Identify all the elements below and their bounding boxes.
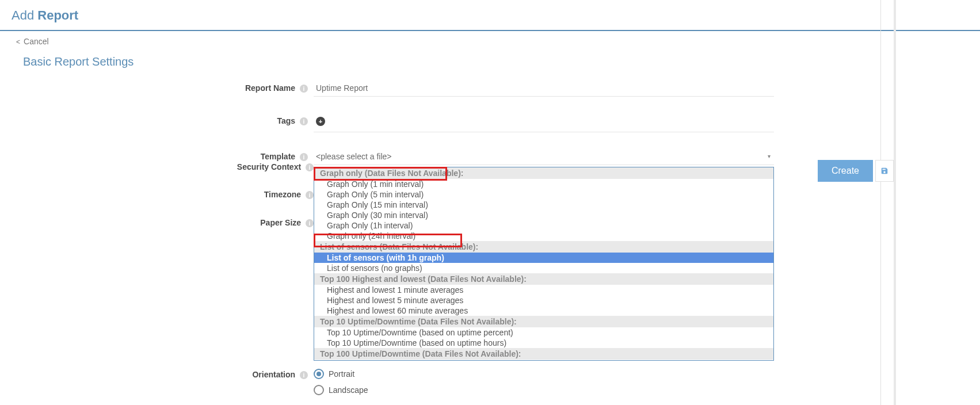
label-tags: Tags i [23, 113, 314, 125]
label-template: Template i [23, 148, 314, 161]
label-paper-size-text: Paper Size [260, 218, 301, 227]
info-icon[interactable]: i [300, 85, 308, 93]
page-title-prefix: Add [12, 8, 34, 22]
template-select-value: <please select a file> [316, 152, 392, 161]
tags-input-area[interactable]: + [314, 113, 774, 132]
template-option[interactable]: Highest and lowest 1 minute averages [314, 285, 773, 295]
template-option[interactable]: Graph only (24h interval) [314, 231, 773, 241]
page-title: Add Report [0, 0, 980, 31]
template-option[interactable]: Graph Only (30 min interval) [314, 210, 773, 220]
cancel-button[interactable]: <Cancel [16, 37, 49, 46]
template-dropdown-list[interactable]: Graph only (Data Files Not Available):Gr… [314, 167, 773, 360]
add-tag-icon[interactable]: + [316, 117, 325, 126]
label-orientation: Orientation i [23, 366, 314, 379]
field-tags: + [314, 113, 774, 132]
info-icon[interactable]: i [300, 371, 308, 379]
label-timezone: Timezone i [23, 190, 314, 199]
template-option[interactable]: List of sensors (no graphs) [314, 263, 773, 273]
label-report-name: Report Name i [23, 80, 314, 93]
info-icon[interactable]: i [306, 191, 314, 199]
right-actions: Create [818, 160, 894, 182]
option-group-header: Top 10 Uptime/Downtime (Data Files Not A… [314, 316, 773, 327]
row-report-name: Report Name i [23, 80, 957, 97]
radio-inner-icon [317, 372, 321, 376]
label-security-context-text: Security Context [237, 162, 301, 171]
template-option[interactable]: Top 10 Uptime/Downtime (based on uptime … [314, 327, 773, 338]
template-dropdown: Graph only (Data Files Not Available):Gr… [314, 167, 774, 361]
template-option[interactable]: Graph Only (15 min interval) [314, 200, 773, 210]
template-option[interactable]: Graph Only (1 min interval) [314, 179, 773, 189]
cancel-bar: <Cancel [0, 31, 980, 52]
row-tags: Tags i + [23, 113, 957, 132]
cancel-label: Cancel [24, 37, 49, 46]
label-orientation-text: Orientation [252, 370, 295, 379]
save-icon [880, 167, 889, 175]
label-security-context: Security Context i [23, 162, 314, 171]
report-name-input[interactable] [314, 80, 774, 97]
radio-icon [314, 385, 324, 395]
field-template: <please select a file> ▾ Graph only (Dat… [314, 148, 774, 366]
right-gutter [894, 0, 896, 405]
template-select[interactable]: <please select a file> ▾ [314, 148, 774, 165]
option-group-header: List of sensors (Data Files Not Availabl… [314, 241, 773, 253]
section-heading: Basic Report Settings [0, 52, 980, 80]
orientation-portrait[interactable]: Portrait [314, 369, 774, 379]
option-group-header: Top 100 Highest and lowest (Data Files N… [314, 273, 773, 285]
info-icon[interactable]: i [300, 153, 308, 161]
label-report-name-text: Report Name [245, 83, 295, 93]
radio-icon [314, 369, 324, 379]
chevron-down-icon: ▾ [768, 153, 771, 159]
form-area: Report Name i Tags i + Template i <pleas… [0, 80, 980, 401]
save-icon-button[interactable] [875, 160, 894, 182]
create-button[interactable]: Create [818, 160, 873, 182]
orientation-landscape-label: Landscape [329, 385, 368, 395]
info-icon[interactable]: i [306, 219, 314, 227]
info-icon[interactable]: i [300, 117, 308, 125]
chevron-left-icon: < [16, 38, 20, 46]
vertical-divider [880, 0, 881, 405]
template-option[interactable]: Graph Only (1h interval) [314, 220, 773, 231]
option-group-header: Top 100 Uptime/Downtime (Data Files Not … [314, 348, 773, 360]
field-orientation: Portrait Landscape [314, 366, 774, 401]
page-title-bold: Report [37, 8, 78, 22]
template-option[interactable]: Top 10 Uptime/Downtime (based on uptime … [314, 338, 773, 348]
field-report-name [314, 80, 774, 97]
orientation-portrait-label: Portrait [329, 369, 354, 379]
info-icon[interactable]: i [306, 163, 314, 171]
row-template: Template i <please select a file> ▾ Grap… [23, 148, 957, 366]
label-paper-size: Paper Size i [23, 218, 314, 227]
option-group-header: Graph only (Data Files Not Available): [314, 167, 773, 179]
orientation-landscape[interactable]: Landscape [314, 385, 774, 395]
template-option[interactable]: Graph Only (5 min interval) [314, 189, 773, 200]
template-option[interactable]: List of sensors (with 1h graph) [314, 253, 773, 263]
label-tags-text: Tags [277, 116, 295, 125]
template-option[interactable]: Top 100 Uptime/Downtime (based on uptime… [314, 360, 773, 360]
template-option[interactable]: Highest and lowest 60 minute averages [314, 305, 773, 316]
template-option[interactable]: Highest and lowest 5 minute averages [314, 295, 773, 305]
row-orientation: Orientation i Portrait Landscape [23, 366, 957, 401]
label-template-text: Template [261, 152, 295, 161]
label-timezone-text: Timezone [264, 190, 301, 199]
